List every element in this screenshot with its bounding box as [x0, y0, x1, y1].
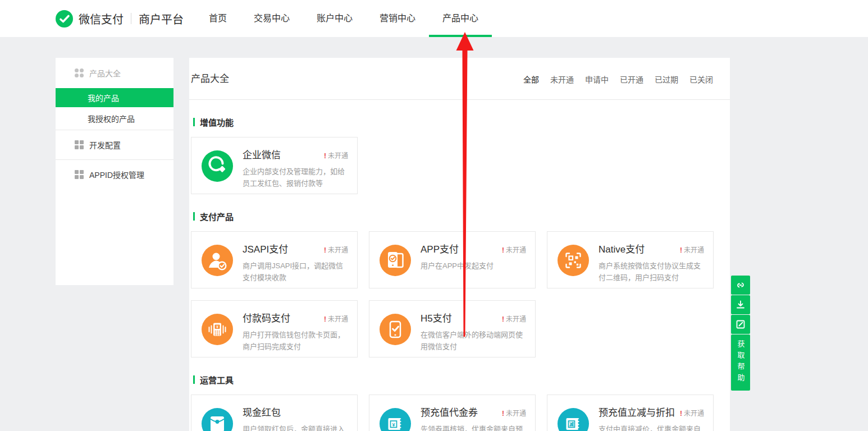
sidebar-item-appid-auth[interactable]: APPID授权管理	[56, 160, 173, 189]
card-body: 企业微信 !未开通 企业内部支付及管理能力，如给员工发红包、报销付款等	[243, 147, 348, 194]
floating-toolbar: 获取帮助	[731, 276, 750, 391]
product-card-title: H5支付	[421, 310, 452, 324]
svg-text:¥: ¥	[392, 422, 395, 428]
card-body: 现金红包 用户领取红包后，金额直接进入微	[243, 405, 348, 431]
sidebar: 产品大全 我的产品 我授权的产品 开发配置 APPID授权管理	[56, 58, 173, 285]
logo-separator	[131, 13, 131, 24]
nav-item-home[interactable]: 首页	[195, 0, 240, 37]
product-card-micropay[interactable]: ¥ 付款码支付 !未开通 用户打开微	[191, 300, 358, 357]
product-card-description: 用户领取红包后，金额直接进入微	[243, 423, 348, 431]
card-body: 预充值代金券 !未开通 先领券再核销，优惠金额来自预充	[421, 405, 526, 431]
card-body: APP支付 !未开通 用户在APP中发起支付	[421, 241, 526, 288]
wecom-icon	[202, 150, 233, 182]
card-grid: 企业微信 !未开通 企业内部支付及管理能力，如给员工发红包、报销付款等	[191, 137, 713, 194]
sidebar-item-label: 开发配置	[89, 139, 121, 150]
product-card-description: 用户在APP中发起支付	[421, 260, 526, 272]
product-card-title: 付款码支付	[243, 310, 290, 324]
exclamation-icon: !	[324, 315, 326, 323]
user-check-icon	[202, 245, 233, 276]
red-packet-icon	[202, 408, 233, 431]
status-badge: !未开通	[502, 408, 526, 418]
product-card-title: 预充值立减与折扣	[599, 405, 675, 419]
product-card-prepaid-discount[interactable]: 减 预充值立减与折扣 !未开通 支付中直接减价，优惠金额来自商	[547, 395, 714, 431]
product-card-wecom[interactable]: 企业微信 !未开通 企业内部支付及管理能力，如给员工发红包、报销付款等	[191, 137, 358, 194]
sidebar-item-authorized-products[interactable]: 我授权的产品	[56, 107, 173, 130]
top-header: 微信支付 商户平台 首页 交易中心 账户中心 营销中心 产品中心	[0, 0, 868, 37]
status-badge: !未开通	[324, 314, 348, 323]
brand-logo[interactable]: 微信支付 商户平台	[56, 0, 184, 37]
exclamation-icon: !	[502, 315, 504, 323]
product-card-app-pay[interactable]: APP支付 !未开通 用户在APP中发起支付	[369, 231, 536, 288]
status-badge: !未开通	[502, 314, 526, 323]
product-card-native-pay[interactable]: Native支付 !未开通 商户系统按微信支付协议生成支付二维码，用户扫码支付	[547, 231, 714, 288]
card-body: Native支付 !未开通 商户系统按微信支付协议生成支付二维码，用户扫码支付	[599, 241, 704, 288]
product-card-h5-pay[interactable]: H5支付 !未开通 在微信客户端外的移动端网页使用微信支付	[369, 300, 536, 357]
download-icon	[735, 299, 746, 310]
section-title-operation-tools: 运营工具	[193, 374, 713, 386]
exclamation-icon: !	[502, 246, 504, 254]
qrcode-icon	[558, 245, 589, 276]
section-title-payment-products: 支付产品	[193, 210, 713, 222]
card-body: JSAPI支付 !未开通 商户调用JSAPI接口，调起微信支付模块收款	[243, 241, 348, 288]
product-card-title: 企业微信	[243, 147, 281, 161]
product-card-title: JSAPI支付	[243, 241, 288, 255]
main-panel-header: 产品大全 全部 未开通 申请中 已开通 已过期 已关闭	[189, 58, 730, 100]
status-badge: !未开通	[324, 245, 348, 254]
logo-text: 微信支付	[79, 11, 124, 27]
pos-icon: ¥	[202, 314, 233, 345]
product-card-description: 在微信客户端外的移动端网页使用微信支付	[421, 329, 526, 352]
dots-grid-icon	[75, 68, 84, 77]
sidebar-item-product-catalog[interactable]: 产品大全	[56, 58, 173, 88]
product-card-title: APP支付	[421, 241, 459, 255]
exclamation-icon: !	[324, 152, 326, 160]
filter-all[interactable]: 全部	[523, 74, 539, 85]
exclamation-icon: !	[324, 246, 326, 254]
squares-grid-icon	[75, 170, 84, 179]
section-title-value-added: 增值功能	[193, 116, 713, 128]
product-card-description: 用户打开微信钱包付款卡页面，商户扫码完成支付	[243, 329, 348, 352]
feedback-button[interactable]	[731, 315, 750, 334]
download-button[interactable]	[731, 295, 750, 314]
card-grid: 现金红包 用户领取红包后，金额直接进入微	[191, 395, 713, 431]
nav-item-marketing-center[interactable]: 营销中心	[366, 0, 429, 37]
primary-nav: 首页 交易中心 账户中心 营销中心 产品中心	[195, 0, 492, 37]
wechat-pay-merchant-platform: 微信支付 商户平台 首页 交易中心 账户中心 营销中心 产品中心 产品大全 我的…	[0, 0, 868, 431]
sidebar-item-label: 我的产品	[88, 92, 119, 103]
get-help-button[interactable]: 获取帮助	[731, 334, 750, 391]
product-card-prepaid-voucher[interactable]: ¥ 预充值代金券 !未开通 先领券再核销，优惠金额来自预充	[369, 395, 536, 431]
product-card-cash-redpacket[interactable]: 现金红包 用户领取红包后，金额直接进入微	[191, 395, 358, 431]
exclamation-icon: !	[502, 410, 504, 418]
product-card-title: 预充值代金券	[421, 405, 478, 419]
nav-item-transaction-center[interactable]: 交易中心	[240, 0, 303, 37]
main-panel: 产品大全 全部 未开通 申请中 已开通 已过期 已关闭 增值功能	[189, 58, 730, 431]
filter-activated[interactable]: 已开通	[620, 74, 643, 85]
nav-item-account-center[interactable]: 账户中心	[303, 0, 366, 37]
product-card-description: 商户调用JSAPI接口，调起微信支付模块收款	[243, 260, 348, 283]
discount-icon: 减	[558, 408, 589, 431]
filter-applying[interactable]: 申请中	[585, 74, 609, 85]
filter-expired[interactable]: 已过期	[655, 74, 678, 85]
nav-item-product-center[interactable]: 产品中心	[429, 0, 492, 37]
status-filter-bar: 全部 未开通 申请中 已开通 已过期 已关闭	[523, 58, 713, 100]
product-card-description: 商户系统按微信支付协议生成支付二维码，用户扫码支付	[599, 260, 704, 283]
sidebar-item-my-products[interactable]: 我的产品	[56, 88, 173, 107]
page-title: 产品大全	[191, 58, 229, 100]
platform-title: 商户平台	[139, 11, 184, 27]
card-body: 付款码支付 !未开通 用户打开微信钱包付款卡页面，商户扫码完成支付	[243, 310, 348, 357]
product-card-description: 支付中直接减价，优惠金额来自商	[599, 423, 704, 431]
card-body: 预充值立减与折扣 !未开通 支付中直接减价，优惠金额来自商	[599, 405, 704, 431]
product-card-jsapi[interactable]: JSAPI支付 !未开通 商户调用JSAPI接口，调起微信支付模块收款	[191, 231, 358, 288]
main-content: 增值功能 企业微信 !未开通 企业内部支付及管理能力，如给	[189, 116, 730, 431]
product-card-description: 企业内部支付及管理能力，如给员工发红包、报销付款等	[243, 166, 348, 189]
sidebar-item-label: 产品大全	[89, 67, 121, 79]
filter-not-activated[interactable]: 未开通	[550, 74, 574, 85]
product-card-title: 现金红包	[243, 405, 281, 419]
link-button[interactable]	[731, 276, 750, 295]
status-badge: !未开通	[680, 408, 704, 418]
filter-closed[interactable]: 已关闭	[689, 74, 713, 85]
svg-text:¥: ¥	[216, 325, 218, 329]
sidebar-item-dev-config[interactable]: 开发配置	[56, 130, 173, 159]
product-card-description: 先领券再核销，优惠金额来自预充	[421, 423, 526, 431]
wechat-pay-logo-icon	[56, 10, 73, 27]
status-badge: !未开通	[502, 245, 526, 254]
